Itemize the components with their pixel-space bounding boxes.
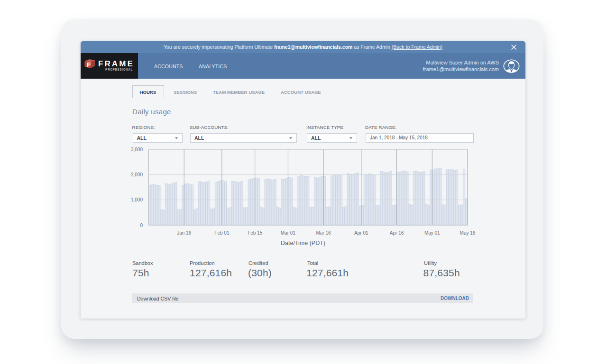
svg-text:Apr 01: Apr 01 xyxy=(354,230,368,236)
svg-text:Feb 15: Feb 15 xyxy=(248,230,263,236)
svg-text:May 01: May 01 xyxy=(424,230,440,236)
svg-text:1,000: 1,000 xyxy=(131,197,143,202)
svg-text:Jan 16: Jan 16 xyxy=(177,230,191,236)
svg-text:Apr 16: Apr 16 xyxy=(390,230,404,236)
svg-text:3,000: 3,000 xyxy=(131,147,143,152)
svg-text:2,000: 2,000 xyxy=(131,172,143,177)
svg-text:Mar 01: Mar 01 xyxy=(281,230,296,236)
svg-text:Mar 16: Mar 16 xyxy=(316,230,331,236)
svg-text:Feb 01: Feb 01 xyxy=(214,230,230,236)
svg-text:0: 0 xyxy=(140,223,143,228)
svg-text:May 16: May 16 xyxy=(460,230,476,236)
svg-text:Date/Time (PDT): Date/Time (PDT) xyxy=(281,240,325,246)
